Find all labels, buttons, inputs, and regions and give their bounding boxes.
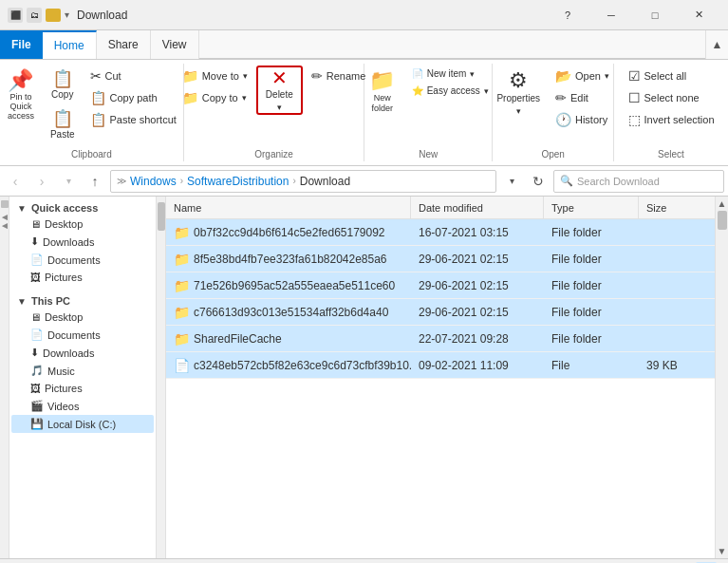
search-bar[interactable]: 🔍 Search Download xyxy=(553,170,724,193)
copy-icon: 📋 xyxy=(52,70,73,87)
scrollbar-up-arrow[interactable]: ▲ xyxy=(718,198,727,209)
clipboard-group-label: Clipboard xyxy=(71,145,112,160)
breadcrumb[interactable]: ≫ Windows › SoftwareDistribution › Downl… xyxy=(110,170,496,193)
delete-icon: ✕ xyxy=(271,68,288,87)
this-pc-downloads[interactable]: ⬇ Downloads xyxy=(11,344,154,362)
address-dropdown-btn[interactable]: ▾ xyxy=(500,176,523,186)
this-pc-pictures-label: Pictures xyxy=(45,383,83,394)
table-row[interactable]: 📄 c3248eb572cb5f82e63ce9c6d73cfbf39b10..… xyxy=(166,352,715,379)
paste-shortcut-icon: 📋 xyxy=(90,112,106,127)
move-to-button[interactable]: 📁 Move to ▾ xyxy=(176,66,254,86)
open-button[interactable]: 📂 Open ▾ xyxy=(549,66,616,86)
file-name-cell: 📁 0b7f32cc9d4b6f614c5e2fed65179092 xyxy=(166,225,411,240)
minimize-button[interactable]: ─ xyxy=(589,0,633,30)
header-size[interactable]: Size xyxy=(639,197,715,218)
tab-home[interactable]: Home xyxy=(43,30,97,59)
scrollbar-thumb[interactable] xyxy=(718,211,727,230)
open-buttons: ⚙ Properties ▾ 📂 Open ▾ ✏ Edit 🕐 xyxy=(490,66,616,145)
up-button[interactable]: ↑ xyxy=(84,170,106,193)
forward-button[interactable]: › xyxy=(30,170,53,193)
pin-to-quick-access-button[interactable]: 📌 Pin to Quickaccess xyxy=(0,66,42,126)
paste-shortcut-label: Paste shortcut xyxy=(110,114,177,125)
file-date-cell: 29-06-2021 02:15 xyxy=(411,306,544,319)
desktop-label: Desktop xyxy=(45,218,83,230)
music-icon: 🎵 xyxy=(30,365,44,377)
new-folder-label: Newfolder xyxy=(371,93,393,114)
copy-path-button[interactable]: 📋 Copy path xyxy=(84,87,183,108)
select-all-button[interactable]: ☑ Select all xyxy=(622,66,694,86)
ribbon-tabs: File Home Share View ▲ xyxy=(0,30,728,59)
help-button[interactable]: ? xyxy=(546,0,589,30)
cut-button[interactable]: ✂ Cut xyxy=(84,66,183,86)
select-none-label: Select none xyxy=(644,92,700,103)
select-none-button[interactable]: ☐ Select none xyxy=(622,87,706,108)
tab-file[interactable]: File xyxy=(0,30,43,59)
tab-share[interactable]: Share xyxy=(97,30,151,59)
easy-access-button[interactable]: ⭐ Easy access ▾ xyxy=(405,83,495,99)
invert-selection-label: Invert selection xyxy=(644,114,715,125)
table-row[interactable]: 📁 8f5e38bd4fb7ee323fa61b82042e85a6 29-06… xyxy=(166,246,715,272)
this-pc-header[interactable]: ▼ This PC xyxy=(9,290,156,309)
paste-button[interactable]: 📋 Paste xyxy=(44,105,82,145)
this-pc-music[interactable]: 🎵 Music xyxy=(11,362,154,380)
this-pc-pictures[interactable]: 🖼 Pictures xyxy=(11,380,154,397)
file-type-cell: File folder xyxy=(544,332,639,346)
this-pc-downloads-label: Downloads xyxy=(43,347,94,359)
open-arrow: ▾ xyxy=(605,71,609,81)
file-name: c3248eb572cb5f82e63ce9c6d73cfbf39b10... xyxy=(194,359,411,372)
file-type-cell: File folder xyxy=(544,279,639,292)
file-rows: 📁 0b7f32cc9d4b6f614c5e2fed65179092 16-07… xyxy=(166,219,715,379)
invert-selection-button[interactable]: ⬚ Invert selection xyxy=(622,109,721,130)
copy-button[interactable]: 📋 Copy xyxy=(44,66,82,105)
title-bar-quick-access: ⬛ 🗂 ▾ xyxy=(8,8,69,23)
close-button[interactable]: ✕ xyxy=(677,0,720,30)
header-date[interactable]: Date modified xyxy=(411,197,544,218)
header-type[interactable]: Type xyxy=(544,197,639,218)
breadcrumb-windows[interactable]: Windows xyxy=(130,175,177,188)
ribbon-collapse-btn[interactable]: ▲ xyxy=(705,30,728,59)
easy-access-arrow: ▾ xyxy=(484,86,489,96)
delete-button[interactable]: ✕ Delete ▾ xyxy=(256,66,303,115)
music-label: Music xyxy=(47,366,75,377)
paste-shortcut-button[interactable]: 📋 Paste shortcut xyxy=(84,109,183,130)
tab-view[interactable]: View xyxy=(151,30,199,59)
quick-access-collapse-icon: ▼ xyxy=(17,203,27,214)
recent-button[interactable]: ▾ xyxy=(57,170,80,193)
easy-access-label: Easy access xyxy=(427,85,480,96)
history-button[interactable]: 🕐 History xyxy=(549,109,616,130)
header-name[interactable]: Name xyxy=(166,197,411,218)
quick-access-header[interactable]: ▼ Quick access xyxy=(9,197,156,216)
collapse-arrows[interactable]: ▶▶ xyxy=(0,214,9,231)
refresh-button[interactable]: ↻ xyxy=(527,170,550,193)
title-icon-1: ⬛ xyxy=(8,8,23,23)
this-pc-videos[interactable]: 🎬 Videos xyxy=(11,397,154,415)
new-item-icon: 📄 xyxy=(412,68,423,79)
ribbon-content: 📌 Pin to Quickaccess 📋 Copy 📋 Paste ✂ Cu… xyxy=(0,60,728,166)
quick-item-documents[interactable]: 📄 Documents xyxy=(11,251,154,269)
breadcrumb-software-dist[interactable]: SoftwareDistribution xyxy=(187,175,289,188)
new-folder-button[interactable]: 📁 Newfolder xyxy=(362,66,403,119)
quick-panel-scrollbar xyxy=(157,197,166,558)
maximize-button[interactable]: □ xyxy=(633,0,677,30)
dropdown-arrow: ▾ xyxy=(65,9,69,20)
this-pc-local-disk[interactable]: 💾 Local Disk (C:) xyxy=(11,415,154,433)
quick-scrollbar-thumb[interactable] xyxy=(158,202,165,231)
table-row[interactable]: 📁 SharedFileCache 22-07-2021 09:28 File … xyxy=(166,326,715,352)
select-buttons: ☑ Select all ☐ Select none ⬚ Invert sele… xyxy=(622,66,721,145)
back-button[interactable]: ‹ xyxy=(4,170,27,193)
edit-button[interactable]: ✏ Edit xyxy=(549,87,616,108)
this-pc-desktop[interactable]: 🖥 Desktop xyxy=(11,309,154,326)
quick-item-desktop[interactable]: 🖥 Desktop xyxy=(11,216,154,233)
quick-item-pictures[interactable]: 🖼 Pictures xyxy=(11,269,154,286)
copy-to-button[interactable]: 📁 Copy to ▾ xyxy=(176,87,254,108)
table-row[interactable]: 📁 71e526b9695ac52a555eaea5e511ce60 29-06… xyxy=(166,272,715,299)
this-pc-documents[interactable]: 📄 Documents xyxy=(11,326,154,344)
new-item-button[interactable]: 📄 New item ▾ xyxy=(405,66,495,82)
scrollbar-down-arrow2[interactable]: ▼ xyxy=(718,546,727,556)
properties-button[interactable]: ⚙ Properties ▾ xyxy=(490,66,547,121)
quick-item-downloads[interactable]: ⬇ Downloads xyxy=(11,233,154,251)
new-folder-icon: 📁 xyxy=(369,70,395,91)
table-row[interactable]: 📁 0b7f32cc9d4b6f614c5e2fed65179092 16-07… xyxy=(166,219,715,246)
copy-to-label: Copy to xyxy=(202,92,238,103)
table-row[interactable]: 📁 c766613d93c013e51534aff32b6d4a40 29-06… xyxy=(166,299,715,326)
